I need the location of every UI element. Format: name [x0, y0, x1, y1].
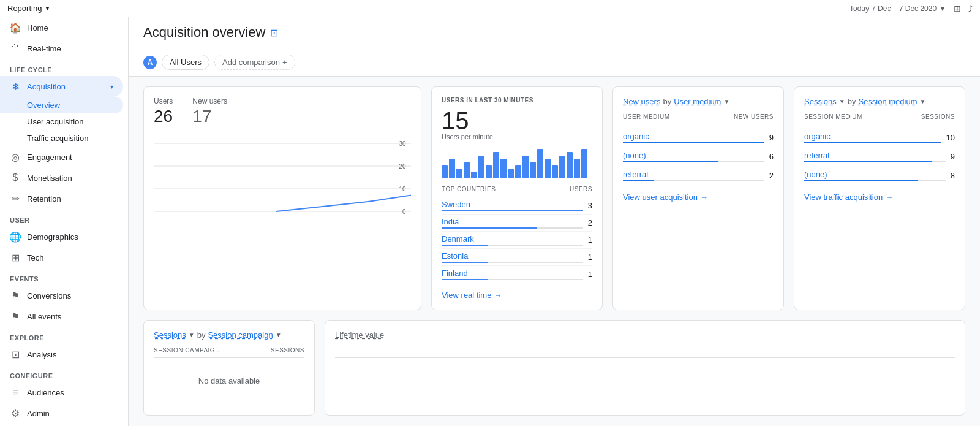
- medium-bar-fill: [623, 161, 718, 162]
- top-bar-right: Today 7 Dec – 7 Dec 2020 ▼ ⊞ ⤴: [850, 4, 973, 13]
- tech-icon: ⊞: [10, 252, 21, 263]
- mini-bar-item: [508, 169, 514, 178]
- country-value: 1: [588, 235, 592, 245]
- session-medium-value: 9: [951, 152, 955, 161]
- country-name[interactable]: Estonia: [442, 251, 468, 261]
- users-value: 26: [154, 107, 173, 126]
- retention-icon: ✏: [10, 193, 21, 204]
- session-medium-name[interactable]: referral: [804, 151, 829, 160]
- medium-name[interactable]: organic: [623, 132, 649, 141]
- sidebar-item-demographics[interactable]: 🌐 Demographics: [0, 226, 123, 247]
- user-medium-dropdown-icon[interactable]: ▼: [723, 98, 729, 105]
- campaign-link[interactable]: Session campaign: [208, 330, 273, 340]
- new-users-value: 17: [192, 107, 227, 126]
- sidebar-item-retention[interactable]: ✏ Retention: [0, 188, 123, 209]
- session-medium-bar-fill: [804, 180, 918, 181]
- mini-bar-item: [567, 152, 573, 178]
- country-bar-bg: [442, 262, 583, 263]
- country-name[interactable]: Denmark: [442, 234, 474, 243]
- add-comparison-button[interactable]: Add comparison +: [214, 55, 295, 70]
- campaign-dropdown-icon[interactable]: ▼: [276, 332, 282, 338]
- date-range-selector[interactable]: Today 7 Dec – 7 Dec 2020 ▼: [850, 4, 946, 13]
- chart-area: 30 20 10 0 07 Dec: [154, 131, 411, 229]
- reporting-dropdown-icon[interactable]: ▼: [44, 5, 50, 12]
- sessions-medium-row: (none) 8: [804, 166, 955, 185]
- session-medium-dropdown-icon[interactable]: ▼: [920, 98, 926, 105]
- view-user-acquisition-link[interactable]: View user acquisition →: [623, 192, 774, 202]
- conversions-icon: ⚑: [10, 290, 21, 301]
- analysis-icon: ⊡: [10, 349, 21, 360]
- audiences-icon: ≡: [10, 387, 21, 398]
- mini-bar-item: [545, 159, 551, 178]
- sidebar-item-home[interactable]: 🏠 Home: [0, 17, 123, 38]
- country-name[interactable]: Sweden: [442, 200, 470, 209]
- mini-bar-chart: [442, 148, 592, 178]
- sessions-campaign-dropdown-icon[interactable]: ▼: [189, 332, 195, 338]
- mini-bar-item: [442, 165, 448, 178]
- sidebar-item-tech[interactable]: ⊞ Tech: [0, 247, 123, 268]
- sessions-campaign-title-row: Sessions ▼ by Session campaign ▼: [154, 330, 304, 340]
- lifetime-value-card: Lifetime value: [325, 320, 965, 416]
- filter-bar: A All Users Add comparison +: [129, 48, 980, 77]
- sidebar-subitem-traffic-acquisition[interactable]: Traffic acquisition: [0, 130, 123, 146]
- all-users-chip[interactable]: All Users: [162, 55, 209, 70]
- share-icon[interactable]: ⤴: [968, 4, 973, 13]
- session-medium-name[interactable]: organic: [804, 132, 831, 141]
- new-users-metric: New users 17: [192, 97, 227, 126]
- no-data-message: No data available: [154, 362, 304, 400]
- customize-icon[interactable]: ⊞: [954, 4, 961, 13]
- reporting-nav[interactable]: Reporting ▼: [7, 4, 50, 13]
- sidebar-item-conversions[interactable]: ⚑ Conversions: [0, 285, 123, 306]
- mini-bar-item: [456, 169, 462, 178]
- medium-value: 9: [769, 133, 774, 142]
- clock-icon: ⏱: [10, 43, 21, 54]
- sidebar-tech-label: Tech: [27, 253, 43, 262]
- sidebar-item-acquisition[interactable]: ❄ Acquisition ▾: [0, 76, 123, 97]
- sidebar-item-engagement[interactable]: ◎ Engagement: [0, 146, 123, 167]
- medium-name[interactable]: (none): [623, 151, 646, 160]
- mini-bar-item: [552, 165, 558, 178]
- user-section-label: User: [0, 209, 128, 226]
- sessions-medium-card: Sessions ▼ by Session medium ▼ Session M…: [794, 86, 965, 310]
- medium-bar: [623, 180, 764, 181]
- cards-row-1: Users 26 New users 17: [143, 86, 965, 310]
- sidebar-item-all-events[interactable]: ⚑ All events: [0, 306, 123, 327]
- sidebar-item-analysis[interactable]: ⊡ Analysis: [0, 344, 123, 365]
- lv-line-3: [335, 395, 955, 395]
- sidebar-item-realtime[interactable]: ⏱ Real-time: [0, 38, 123, 59]
- col-new-users-header: New Users: [734, 113, 774, 120]
- session-medium-name[interactable]: (none): [804, 170, 827, 179]
- session-medium-link[interactable]: Session medium: [858, 97, 917, 106]
- mini-bar-item: [515, 165, 521, 178]
- sidebar-item-admin[interactable]: ⚙ Admin: [0, 403, 123, 424]
- new-users-label: New users: [192, 97, 227, 105]
- sidebar: 🏠 Home ⏱ Real-time Life Cycle ❄ Acquisit…: [0, 17, 129, 426]
- mini-bar-item: [486, 165, 492, 178]
- sidebar-subitem-overview[interactable]: Overview: [0, 97, 123, 113]
- country-name[interactable]: India: [442, 217, 459, 226]
- sessions-campaign-link[interactable]: Sessions: [154, 330, 186, 340]
- mini-bar-item: [537, 149, 543, 178]
- sessions-medium-rows: organic 10 referral 9 (none) 8: [804, 128, 955, 185]
- country-name[interactable]: Finland: [442, 268, 468, 278]
- sidebar-item-monetisation[interactable]: $ Monetisation: [0, 167, 123, 188]
- mini-bar-item: [530, 162, 536, 178]
- sidebar-item-audiences[interactable]: ≡ Audiences: [0, 382, 123, 403]
- user-medium-link[interactable]: User medium: [674, 97, 721, 106]
- sessions-campaign-card: Sessions ▼ by Session campaign ▼ Session…: [143, 320, 315, 416]
- cards-row-2: Sessions ▼ by Session campaign ▼ Session…: [143, 320, 965, 416]
- sessions-dropdown-icon[interactable]: ▼: [839, 98, 845, 105]
- new-users-link[interactable]: New users: [623, 97, 660, 106]
- view-realtime-link[interactable]: View real time →: [442, 291, 592, 300]
- lv-title-row: Lifetime value: [335, 330, 955, 340]
- user-medium-title-row: New users by User medium ▼: [623, 97, 774, 106]
- sidebar-subitem-user-acquisition[interactable]: User acquisition: [0, 113, 123, 130]
- medium-value: 2: [769, 171, 774, 180]
- sessions-link[interactable]: Sessions: [804, 97, 837, 106]
- all-users-avatar: A: [143, 56, 157, 69]
- country-row: India 2: [442, 215, 592, 232]
- country-row: Finland 1: [442, 266, 592, 283]
- edit-page-icon[interactable]: ⊡: [270, 27, 278, 39]
- view-traffic-acquisition-link[interactable]: View traffic acquisition →: [804, 192, 955, 202]
- medium-name[interactable]: referral: [623, 170, 648, 179]
